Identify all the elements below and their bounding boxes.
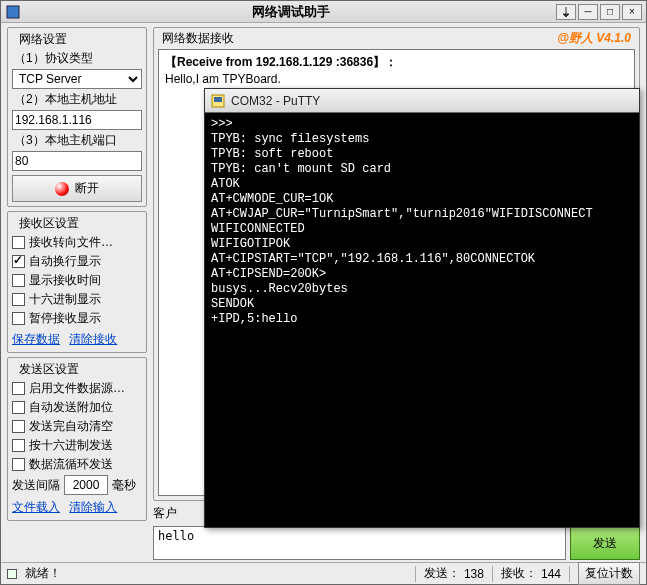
status-send-count: 138 [464, 567, 484, 581]
maximize-button[interactable]: □ [600, 4, 620, 20]
send-opt-checkbox-3[interactable] [12, 439, 25, 452]
recv-opt-checkbox-1[interactable] [12, 255, 25, 268]
main-title: 网络调试助手 [25, 3, 556, 21]
send-opt-label-1: 自动发送附加位 [29, 399, 113, 416]
status-bar: 就绪！ 发送：138 接收：144 复位计数 [1, 562, 646, 584]
recv-opt-label-0: 接收转向文件… [29, 234, 113, 251]
putty-terminal[interactable]: >>> TPYB: sync filesystems TPYB: soft re… [205, 113, 639, 527]
save-data-link[interactable]: 保存数据 [12, 332, 60, 346]
clear-recv-link[interactable]: 清除接收 [69, 332, 117, 346]
recv-opt-label-2: 显示接收时间 [29, 272, 101, 289]
recv-area-title: 网络数据接收 [162, 30, 234, 47]
port-input[interactable] [12, 151, 142, 171]
send-opt-label-4: 数据流循环发送 [29, 456, 113, 473]
send-opt-label-2: 发送完自动清空 [29, 418, 113, 435]
recv-opt-label-1: 自动换行显示 [29, 253, 101, 270]
status-send-label: 发送： [424, 565, 460, 582]
recv-opt-checkbox-0[interactable] [12, 236, 25, 249]
recv-opt-checkbox-3[interactable] [12, 293, 25, 306]
proto-label: （1）协议类型 [14, 50, 142, 67]
send-button[interactable]: 发送 [570, 526, 640, 560]
send-settings-title: 发送区设置 [16, 361, 82, 378]
recv-opt-label-4: 暂停接收显示 [29, 310, 101, 327]
putty-icon [211, 94, 225, 108]
status-recv-count: 144 [541, 567, 561, 581]
send-opt-checkbox-4[interactable] [12, 458, 25, 471]
send-opt-checkbox-0[interactable] [12, 382, 25, 395]
clear-send-link[interactable]: 清除输入 [69, 500, 117, 514]
svg-rect-2 [214, 97, 222, 102]
disconnect-button[interactable]: 断开 [12, 175, 142, 202]
file-load-link[interactable]: 文件载入 [12, 500, 60, 514]
host-input[interactable] [12, 110, 142, 130]
send-settings-group: 发送区设置 启用文件数据源…自动发送附加位发送完自动清空按十六进制发送数据流循环… [7, 357, 147, 521]
recv-opt-label-3: 十六进制显示 [29, 291, 101, 308]
send-opt-label-3: 按十六进制发送 [29, 437, 113, 454]
putty-title: COM32 - PuTTY [231, 94, 639, 108]
recv-opt-checkbox-4[interactable] [12, 312, 25, 325]
status-ready: 就绪！ [25, 565, 61, 582]
interval-label-pre: 发送间隔 [12, 477, 60, 494]
interval-input[interactable] [64, 475, 108, 495]
minimize-button[interactable]: ─ [578, 4, 598, 20]
send-opt-label-0: 启用文件数据源… [29, 380, 125, 397]
send-textarea[interactable] [153, 526, 566, 560]
app-icon [5, 4, 21, 20]
reset-count-button[interactable]: 复位计数 [578, 562, 640, 585]
close-button[interactable]: × [622, 4, 642, 20]
ready-icon [7, 569, 17, 579]
proto-select[interactable]: TCP Server [12, 69, 142, 89]
recv-settings-group: 接收区设置 接收转向文件…自动换行显示显示接收时间十六进制显示暂停接收显示 保存… [7, 211, 147, 353]
putty-titlebar[interactable]: COM32 - PuTTY [205, 89, 639, 113]
putty-window[interactable]: COM32 - PuTTY >>> TPYB: sync filesystems… [204, 88, 640, 528]
send-opt-checkbox-2[interactable] [12, 420, 25, 433]
recv-settings-title: 接收区设置 [16, 215, 82, 232]
svg-rect-0 [7, 6, 19, 18]
disconnect-label: 断开 [75, 180, 99, 197]
client-label: 客户 [153, 505, 177, 522]
pin-button[interactable] [556, 4, 576, 20]
record-icon [55, 182, 69, 196]
net-settings-group: 网络设置 （1）协议类型 TCP Server （2）本地主机地址 （3）本地主… [7, 27, 147, 207]
main-titlebar: 网络调试助手 ─ □ × [1, 1, 646, 23]
status-recv-label: 接收： [501, 565, 537, 582]
interval-label-post: 毫秒 [112, 477, 136, 494]
send-opt-checkbox-1[interactable] [12, 401, 25, 414]
recv-opt-checkbox-2[interactable] [12, 274, 25, 287]
net-settings-title: 网络设置 [16, 31, 70, 48]
brand-label: @野人 V4.1.0 [557, 30, 631, 47]
port-label: （3）本地主机端口 [14, 132, 142, 149]
host-label: （2）本地主机地址 [14, 91, 142, 108]
